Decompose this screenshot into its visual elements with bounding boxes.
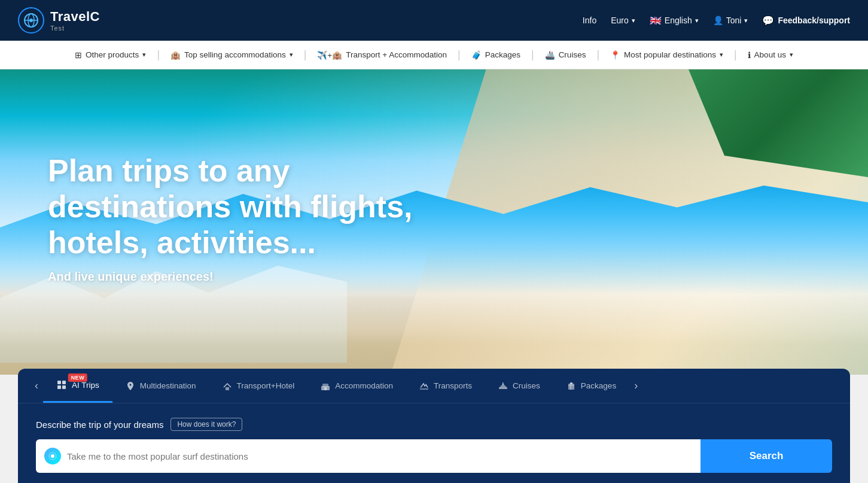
- nav-cruises[interactable]: 🚢 Cruises: [535, 41, 596, 69]
- cruise-icon: 🚢: [545, 50, 555, 60]
- tab-ai-trips[interactable]: NEW AI Trips: [43, 369, 112, 403]
- svg-rect-12: [499, 387, 507, 389]
- tab-transports[interactable]: Transports: [406, 370, 485, 402]
- nav-divider-5: |: [596, 48, 599, 61]
- nav-divider-3: |: [458, 48, 461, 61]
- search-tabs: ‹ NEW AI Trips Multidestination Transpor…: [18, 369, 850, 403]
- accommodation-icon: [321, 381, 330, 391]
- hero-section: Plan trips to any destinations with flig…: [0, 69, 868, 375]
- tab-packages[interactable]: Packages: [553, 370, 629, 402]
- user-label: Toni: [726, 16, 742, 25]
- transports-icon: [419, 381, 429, 391]
- popular-destinations-label: Most popular destinations: [624, 50, 716, 59]
- transport-accommodation-label: Transport + Accommodation: [346, 50, 447, 59]
- tab-cruises-label: Cruises: [513, 381, 540, 390]
- svg-rect-6: [57, 385, 61, 389]
- cruises-tab-icon: [498, 381, 508, 391]
- top-accommodations-label: Top selling accommodations: [184, 50, 286, 59]
- other-products-label: Other products: [86, 50, 139, 59]
- dropdown-chevron-icon-3: ▾: [720, 51, 723, 59]
- svg-rect-5: [62, 381, 66, 384]
- package-icon: 🧳: [471, 50, 482, 60]
- search-label-row: Describe the trip of your dreams How doe…: [36, 418, 832, 431]
- search-description-label: Describe the trip of your dreams: [36, 420, 163, 430]
- hero-text-block: Plan trips to any destinations with flig…: [48, 153, 419, 284]
- search-body: Describe the trip of your dreams How doe…: [18, 403, 850, 483]
- transport-icon: ✈️+🏨: [317, 50, 342, 60]
- svg-point-15: [51, 454, 54, 458]
- tab-packages-label: Packages: [581, 381, 616, 390]
- multidestination-icon: [126, 381, 135, 391]
- logo-title: TravelC: [50, 9, 100, 25]
- dropdown-chevron-icon-2: ▾: [290, 51, 293, 59]
- ai-sparkle-icon: [44, 448, 61, 464]
- svg-point-3: [29, 19, 33, 22]
- tab-multidestination-label: Multidestination: [140, 381, 196, 390]
- tab-next-arrow[interactable]: ›: [629, 379, 642, 392]
- search-button[interactable]: Search: [701, 439, 832, 473]
- currency-chevron-icon: ▾: [632, 17, 635, 25]
- nav-other-products[interactable]: ⊞ Other products ▾: [65, 41, 156, 69]
- language-label: English: [665, 16, 692, 25]
- tab-transport-hotel-label: Transport+Hotel: [237, 381, 295, 390]
- tab-prev-arrow[interactable]: ‹: [30, 379, 43, 392]
- currency-selector[interactable]: Euro ▾: [611, 16, 635, 25]
- tab-transport-hotel[interactable]: Transport+Hotel: [209, 370, 308, 402]
- new-badge: NEW: [68, 373, 88, 382]
- info-circle-icon: ℹ: [748, 50, 751, 60]
- transport-hotel-icon: [223, 381, 232, 391]
- grid-icon: ⊞: [75, 50, 82, 60]
- nav-about[interactable]: ℹ About us ▾: [738, 41, 803, 69]
- tab-accommodation[interactable]: Accommodation: [307, 370, 406, 402]
- packages-tab-icon: [567, 381, 576, 391]
- search-input[interactable]: [36, 439, 701, 473]
- dropdown-chevron-icon: ▾: [142, 51, 146, 59]
- about-label: About us: [754, 50, 786, 59]
- tab-accommodation-label: Accommodation: [335, 381, 393, 390]
- language-chevron-icon: ▾: [695, 17, 699, 25]
- svg-rect-8: [226, 387, 229, 390]
- user-icon: 👤: [713, 16, 723, 25]
- info-link[interactable]: Info: [583, 16, 596, 25]
- flag-icon: 🇬🇧: [650, 15, 662, 26]
- building-icon: 🏨: [170, 50, 181, 60]
- logo-text: TravelC Test: [50, 9, 100, 32]
- svg-rect-13: [502, 382, 504, 385]
- nav-popular-destinations[interactable]: 📍 Most popular destinations ▾: [601, 41, 733, 69]
- logo-subtitle: Test: [50, 25, 100, 32]
- feedback-label: Feedback/support: [778, 16, 850, 25]
- nav-divider-2: |: [304, 48, 307, 61]
- nav-transport-accommodation[interactable]: ✈️+🏨 Transport + Accommodation: [307, 41, 456, 69]
- hero-subheading: And live unique experiences!: [48, 270, 419, 284]
- cruises-label: Cruises: [559, 50, 586, 59]
- tab-cruises[interactable]: Cruises: [485, 370, 553, 402]
- info-label: Info: [583, 16, 596, 25]
- pin-icon: 📍: [610, 50, 620, 60]
- svg-rect-4: [57, 381, 61, 384]
- svg-rect-14: [568, 384, 574, 390]
- how-does-it-work-button[interactable]: How does it work?: [170, 418, 242, 431]
- nav-divider-4: |: [531, 48, 534, 61]
- search-input-row: Search: [36, 439, 832, 473]
- nav-packages[interactable]: 🧳 Packages: [462, 41, 530, 69]
- svg-rect-7: [62, 385, 66, 389]
- nav-divider-6: |: [734, 48, 737, 61]
- user-chevron-icon: ▾: [744, 17, 748, 25]
- logo-area[interactable]: TravelC Test: [18, 7, 100, 34]
- tab-multidestination[interactable]: Multidestination: [112, 370, 209, 402]
- nav-divider-1: |: [157, 48, 160, 61]
- currency-label: Euro: [611, 16, 629, 25]
- secondary-navigation: ⊞ Other products ▾ | 🏨 Top selling accom…: [0, 41, 868, 69]
- chat-icon: 💬: [762, 15, 774, 26]
- top-navigation: TravelC Test Info Euro ▾ 🇬🇧 English ▾ 👤 …: [0, 0, 868, 41]
- svg-rect-10: [322, 384, 328, 387]
- language-selector[interactable]: 🇬🇧 English ▾: [650, 15, 699, 26]
- tab-transports-label: Transports: [434, 381, 472, 390]
- logo-icon: [18, 7, 44, 34]
- user-menu[interactable]: 👤 Toni ▾: [713, 16, 748, 25]
- top-nav-right: Info Euro ▾ 🇬🇧 English ▾ 👤 Toni ▾ 💬 Feed…: [583, 15, 850, 26]
- packages-label: Packages: [485, 50, 520, 59]
- svg-rect-11: [324, 387, 327, 390]
- feedback-button[interactable]: 💬 Feedback/support: [762, 15, 850, 26]
- nav-top-accommodations[interactable]: 🏨 Top selling accommodations ▾: [161, 41, 303, 69]
